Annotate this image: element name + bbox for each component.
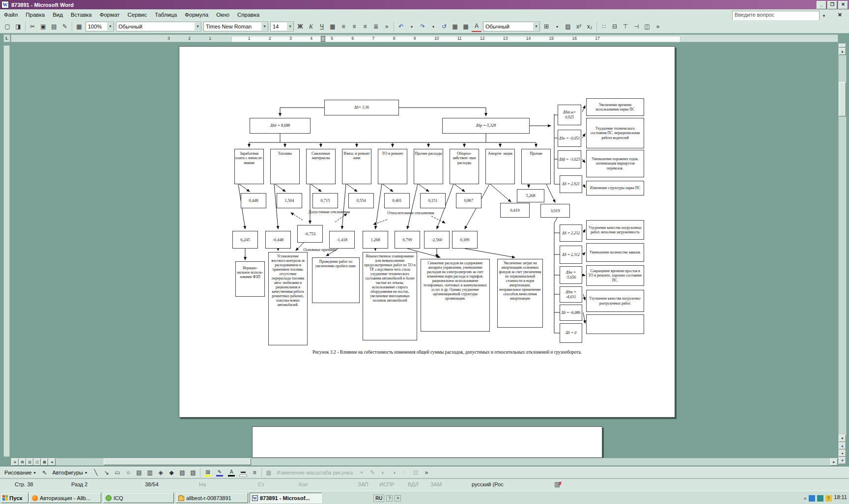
style2-combo[interactable]: Обычный▾ [483, 22, 540, 31]
network-tray-icon[interactable] [809, 495, 815, 502]
menu-view[interactable]: Вид [49, 10, 67, 19]
status-record-toggle[interactable]: ЗАП [358, 481, 368, 487]
fill-color-button[interactable]: ▨ [202, 468, 213, 477]
align-center-button[interactable]: ≡ [349, 22, 359, 31]
tray-collapse-icon[interactable]: « [804, 496, 807, 501]
new-document-button[interactable]: ▢ [2, 22, 12, 31]
underline-button[interactable]: Ч [317, 22, 327, 31]
menu-table[interactable]: Таблица [151, 10, 181, 19]
undo-button[interactable]: ↶ [396, 22, 406, 31]
font-size-dropdown-icon[interactable]: ▾ [287, 23, 293, 30]
vertical-scrollbar[interactable]: ▲ ▼ ▲ ● ▼ [838, 43, 847, 465]
language-indicator[interactable]: RU [373, 495, 384, 502]
zoom-combo[interactable]: 100%▾ [85, 22, 114, 31]
arrow-tool-icon[interactable]: ↘ [102, 468, 112, 477]
border-dropdown-icon[interactable]: ▾ [552, 22, 562, 31]
line-tool-icon[interactable]: ╲ [91, 468, 101, 477]
close-button[interactable]: ✕ [838, 1, 848, 9]
next-page-icon[interactable]: ▼ [839, 457, 846, 464]
clipart-icon[interactable]: ▧ [177, 468, 187, 477]
menu-window[interactable]: Окно [212, 10, 233, 19]
cut-button[interactable]: ✂ [28, 22, 37, 31]
select-objects-icon[interactable]: ⇖ [39, 468, 49, 477]
vertical-scroll-thumb[interactable] [839, 82, 846, 116]
line-style-icon[interactable]: ≡ [250, 468, 259, 477]
taskbar-item-browser[interactable]: Авторизация - Allb... [29, 493, 101, 503]
minimize-button[interactable]: _ [817, 1, 826, 9]
scroll-up-icon[interactable]: ▲ [839, 48, 846, 55]
font-dropdown-icon[interactable]: ▾ [261, 23, 268, 30]
start-button[interactable]: Пуск [1, 493, 28, 503]
indent-marker[interactable] [321, 36, 325, 42]
menu-format[interactable]: Формат [96, 10, 124, 19]
normal-view-button[interactable]: ≣ [11, 458, 19, 466]
toolbar-overflow-icon-2[interactable]: » [653, 22, 663, 31]
insert-picture-button[interactable]: ▩ [328, 22, 338, 31]
insert-excel-table-button[interactable]: ▦ [450, 22, 460, 31]
taskbar-item-folder[interactable]: allbest-r-00873891 [176, 493, 248, 503]
font-size-combo[interactable]: 14▾ [270, 22, 294, 31]
font-combo[interactable]: Times New Roman▾ [203, 22, 268, 31]
copy-button[interactable]: ▣ [38, 22, 48, 31]
outline-button-4[interactable]: ⊣ [631, 22, 641, 31]
insert-picture-from-file-icon[interactable]: ▨ [188, 468, 198, 477]
refresh-button[interactable]: ↺ [439, 22, 449, 31]
format-painter-button[interactable]: ✎ [60, 22, 70, 31]
shading-button[interactable]: ▨ [563, 22, 573, 31]
question-dropdown-icon[interactable]: ▾ [821, 12, 827, 20]
web-view-button[interactable]: ▤ [19, 458, 26, 466]
highlight-button[interactable]: ▬ [238, 468, 249, 477]
table-autoformat-button[interactable]: ▦ [461, 22, 471, 31]
align-left-button[interactable]: ≡ [339, 22, 348, 31]
drawbar-overflow-icon[interactable]: » [422, 468, 431, 477]
font-color-button-2[interactable]: А [226, 468, 237, 477]
reading-view-button[interactable]: ▦ [41, 458, 48, 466]
status-extend-toggle[interactable]: ВДЛ [408, 481, 419, 487]
horizontal-scrollbar[interactable]: ≣ ▤ ▥ ◫ ▦ ◄ ► [11, 458, 838, 466]
split-handle[interactable] [839, 44, 846, 48]
previous-page-icon[interactable]: ▲ [839, 442, 846, 449]
restore-button[interactable]: ❐ [827, 1, 837, 9]
menu-help[interactable]: Справка [233, 10, 263, 19]
scroll-right-icon[interactable]: ► [830, 458, 838, 466]
menu-tools[interactable]: Сервис [124, 10, 151, 19]
warning-tray-icon[interactable]: ? [825, 495, 832, 502]
status-overtype-toggle[interactable]: ЗАМ [430, 481, 442, 487]
vertical-textbox-tool-icon[interactable]: ▥ [145, 468, 155, 477]
undo-dropdown-icon[interactable]: ▾ [407, 22, 417, 31]
menu-insert[interactable]: Вставка [67, 10, 96, 19]
autoshapes-menu-button[interactable]: Автофигуры▾ [50, 469, 89, 476]
style-combo[interactable]: Обычный▾ [116, 22, 201, 31]
align-right-button[interactable]: ≡ [360, 22, 370, 31]
outline-button-2[interactable]: ⊟ [610, 22, 620, 31]
scroll-down-icon[interactable]: ▼ [839, 435, 846, 442]
italic-button[interactable]: К [306, 22, 316, 31]
insert-table-button[interactable]: ▦ [74, 22, 84, 31]
print-layout-view-button[interactable]: ▥ [26, 458, 33, 466]
status-revision-toggle[interactable]: ИСПР [379, 481, 395, 487]
bold-button[interactable]: Ж [295, 22, 305, 31]
menu-formula[interactable]: Формула [181, 10, 212, 19]
zoom-dropdown-icon[interactable]: ▾ [107, 23, 113, 30]
style-dropdown-icon[interactable]: ▾ [195, 23, 201, 30]
tab-selector[interactable]: L [3, 34, 10, 42]
menu-file[interactable]: Файл [0, 10, 22, 19]
monitor-tray-icon[interactable] [817, 495, 823, 502]
help-tray-icon[interactable]: ? [386, 495, 393, 502]
insert-diagram-icon[interactable]: ◆ [167, 468, 176, 477]
font-color-button[interactable]: A [472, 21, 481, 32]
question-close-icon[interactable]: ✕ [838, 11, 842, 19]
document-page-2[interactable] [252, 426, 602, 458]
taskbar-item-word[interactable]: W873891 - Microsof... [250, 493, 322, 503]
select-browse-object-icon[interactable]: ● [839, 449, 846, 457]
redo-button[interactable]: ↷ [418, 22, 427, 31]
line-color-button[interactable]: ✎ [214, 468, 225, 477]
textbox-tool-icon[interactable]: ▤ [134, 468, 144, 477]
outline-button-3[interactable]: ⊤ [621, 22, 630, 31]
outline-button-1[interactable]: ∷ [599, 22, 609, 31]
connection-tray-icon[interactable]: ¤ [395, 495, 401, 502]
toolbar-overflow-icon[interactable]: » [382, 22, 392, 31]
horizontal-scroll-thumb[interactable] [104, 458, 251, 465]
ask-question-input[interactable]: Введите вопрос [732, 11, 820, 21]
subscript-button[interactable]: x₂ [585, 22, 594, 31]
